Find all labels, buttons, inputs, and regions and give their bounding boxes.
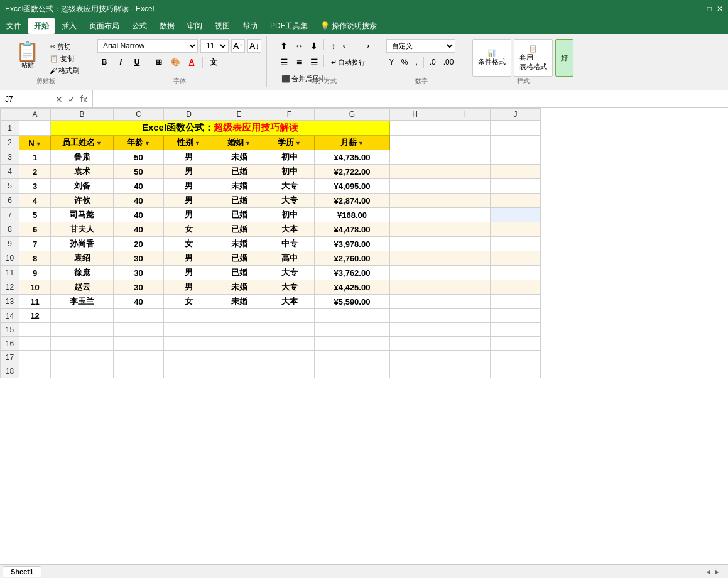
cell-j8[interactable] <box>491 222 541 237</box>
cell-c15[interactable] <box>114 323 164 337</box>
decrease-decimal-button[interactable]: .00 <box>440 55 457 69</box>
header-age[interactable]: 年龄▼ <box>114 136 164 150</box>
cell-i5[interactable] <box>440 179 491 194</box>
conditional-format-button[interactable]: 📊 条件格式 <box>472 39 511 77</box>
cell-h11[interactable] <box>390 266 440 280</box>
cell-c11[interactable]: 30 <box>114 266 164 280</box>
cell-i10[interactable] <box>440 251 491 266</box>
cell-d18[interactable] <box>164 364 214 378</box>
cell-h2[interactable] <box>390 136 440 150</box>
font-color-button[interactable]: A <box>185 55 198 69</box>
cell-g13[interactable]: ¥5,590.00 <box>315 295 390 309</box>
cell-b4[interactable]: 袁术 <box>51 165 114 179</box>
close-btn[interactable]: ✕ <box>717 4 723 13</box>
table-style-button[interactable]: 📋 套用表格格式 <box>514 39 553 77</box>
cancel-formula-button[interactable]: ✕ <box>54 94 64 104</box>
col-header-j[interactable]: J <box>491 109 541 121</box>
cell-d11[interactable]: 男 <box>164 266 214 280</box>
cell-f4[interactable]: 初中 <box>264 165 315 179</box>
cell-b8[interactable]: 甘夫人 <box>51 222 114 237</box>
cell-j9[interactable] <box>491 237 541 251</box>
cell-i3[interactable] <box>440 150 491 165</box>
align-bottom-button[interactable]: ⬇ <box>307 39 321 53</box>
header-marriage[interactable]: 婚姻▼ <box>214 136 264 150</box>
menu-insert[interactable]: 插入 <box>55 18 83 34</box>
menu-search[interactable]: 💡 操作说明搜索 <box>314 18 383 34</box>
cell-a1[interactable] <box>19 121 51 136</box>
cell-f10[interactable]: 高中 <box>264 251 315 266</box>
cell-c6[interactable]: 40 <box>114 194 164 208</box>
cell-h18[interactable] <box>390 364 440 378</box>
cell-e11[interactable]: 已婚 <box>214 266 264 280</box>
cell-g9[interactable]: ¥3,978.00 <box>315 237 390 251</box>
spreadsheet-area[interactable]: A B C D E F G H I J 1 Exc <box>0 108 728 564</box>
minimize-btn[interactable]: ─ <box>697 4 702 13</box>
cell-i16[interactable] <box>440 337 491 351</box>
cell-j14[interactable] <box>491 309 541 323</box>
cell-e15[interactable] <box>214 323 264 337</box>
cell-f8[interactable]: 大本 <box>264 222 315 237</box>
cell-a13[interactable]: 11 <box>19 295 51 309</box>
cell-f6[interactable]: 大专 <box>264 194 315 208</box>
cell-g11[interactable]: ¥3,762.00 <box>315 266 390 280</box>
cell-f12[interactable]: 大专 <box>264 280 315 295</box>
cell-a9[interactable]: 7 <box>19 237 51 251</box>
cell-h8[interactable] <box>390 222 440 237</box>
cell-d7[interactable]: 男 <box>164 208 214 222</box>
cell-d10[interactable]: 男 <box>164 251 214 266</box>
cell-j7[interactable] <box>491 208 541 222</box>
cell-b6[interactable]: 许攸 <box>51 194 114 208</box>
cell-reference-input[interactable] <box>5 95 49 104</box>
col-header-g[interactable]: G <box>315 109 390 121</box>
cell-f5[interactable]: 大专 <box>264 179 315 194</box>
cell-e16[interactable] <box>214 337 264 351</box>
menu-file[interactable]: 文件 <box>0 18 28 34</box>
cell-h7[interactable] <box>390 208 440 222</box>
cell-g10[interactable]: ¥2,760.00 <box>315 251 390 266</box>
header-name[interactable]: 员工姓名▼ <box>51 136 114 150</box>
cell-a18[interactable] <box>19 364 51 378</box>
cell-b5[interactable]: 刘备 <box>51 179 114 194</box>
cell-c5[interactable]: 40 <box>114 179 164 194</box>
restore-btn[interactable]: □ <box>707 4 712 13</box>
align-left-button[interactable]: ☰ <box>277 55 291 69</box>
cell-c9[interactable]: 20 <box>114 237 164 251</box>
cell-c4[interactable]: 50 <box>114 165 164 179</box>
cell-d3[interactable]: 男 <box>164 150 214 165</box>
fill-color-button[interactable]: 🎨 <box>168 55 182 69</box>
cell-j4[interactable] <box>491 165 541 179</box>
cell-b14[interactable] <box>51 309 114 323</box>
cell-c13[interactable]: 40 <box>114 295 164 309</box>
cell-g17[interactable] <box>315 351 390 364</box>
phonetic-button[interactable]: 文 <box>207 55 220 69</box>
cell-i14[interactable] <box>440 309 491 323</box>
cell-d4[interactable]: 男 <box>164 165 214 179</box>
cell-i1[interactable] <box>440 121 491 136</box>
cell-h12[interactable] <box>390 280 440 295</box>
formula-input[interactable] <box>93 95 728 104</box>
cell-i18[interactable] <box>440 364 491 378</box>
increase-font-button[interactable]: A↑ <box>231 39 245 53</box>
cell-h5[interactable] <box>390 179 440 194</box>
menu-home[interactable]: 开始 <box>28 18 55 34</box>
currency-button[interactable]: ¥ <box>386 55 397 69</box>
cell-e14[interactable] <box>214 309 264 323</box>
cell-e10[interactable]: 已婚 <box>214 251 264 266</box>
underline-button[interactable]: U <box>130 55 144 69</box>
cell-i8[interactable] <box>440 222 491 237</box>
cell-f7[interactable]: 初中 <box>264 208 315 222</box>
cell-f18[interactable] <box>264 364 315 378</box>
cell-b15[interactable] <box>51 323 114 337</box>
cell-j15[interactable] <box>491 323 541 337</box>
cell-d8[interactable]: 女 <box>164 222 214 237</box>
cell-e7[interactable]: 已婚 <box>214 208 264 222</box>
col-header-b[interactable]: B <box>51 109 114 121</box>
cell-b10[interactable]: 袁绍 <box>51 251 114 266</box>
cell-e5[interactable]: 未婚 <box>214 179 264 194</box>
cell-d17[interactable] <box>164 351 214 364</box>
align-right-button[interactable]: ☰ <box>307 55 321 69</box>
cell-b18[interactable] <box>51 364 114 378</box>
col-header-i[interactable]: I <box>440 109 491 121</box>
menu-review[interactable]: 审阅 <box>181 18 209 34</box>
cell-j3[interactable] <box>491 150 541 165</box>
